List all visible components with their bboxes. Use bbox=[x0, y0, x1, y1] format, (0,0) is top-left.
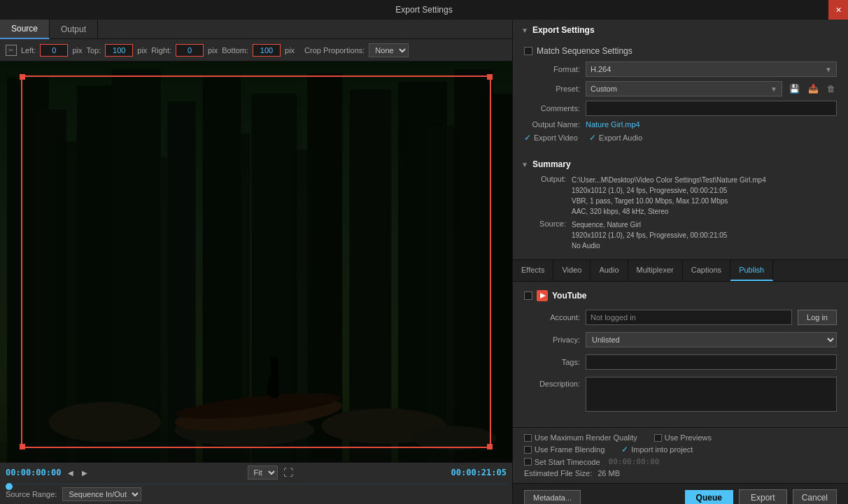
bottom-input[interactable] bbox=[253, 44, 281, 57]
output-name-label: Output Name: bbox=[524, 120, 580, 129]
right-input[interactable] bbox=[176, 44, 204, 57]
preset-import-button[interactable]: 📥 bbox=[807, 82, 820, 95]
set-start-timecode-checkbox[interactable] bbox=[524, 458, 532, 466]
use-previews-option: Use Previews bbox=[654, 433, 712, 442]
panel-tabs-row: Effects Video Audio Multiplexer Captions… bbox=[513, 259, 848, 282]
tags-input[interactable] bbox=[586, 354, 837, 370]
fullscreen-button[interactable]: ⛶ bbox=[283, 467, 293, 478]
tab-multiplexer[interactable]: Multiplexer bbox=[628, 260, 683, 281]
preset-save-button[interactable]: 💾 bbox=[788, 82, 801, 95]
youtube-enable-checkbox[interactable] bbox=[524, 291, 532, 300]
preset-label: Preset: bbox=[524, 85, 580, 93]
match-sequence-label: Match Sequence Settings bbox=[537, 46, 633, 56]
source-range-bar: Source Range: Sequence In/Out bbox=[6, 487, 507, 501]
privacy-label: Privacy: bbox=[524, 336, 580, 344]
summary-collapse-icon: ▼ bbox=[521, 161, 528, 168]
summary-title: Summary bbox=[532, 159, 571, 169]
summary-section: Output: C:\User...M\Desktop\Video Color … bbox=[513, 175, 848, 259]
set-start-timecode-label: Set Start Timecode bbox=[535, 458, 600, 466]
left-input[interactable] bbox=[40, 44, 68, 57]
comments-input[interactable] bbox=[586, 101, 837, 116]
frame-blending-label: Use Frame Blending bbox=[535, 445, 605, 454]
fit-select[interactable]: Fit bbox=[248, 466, 278, 480]
summary-header[interactable]: ▼ Summary bbox=[513, 154, 848, 175]
description-label: Description: bbox=[524, 380, 580, 388]
output-name-row: Output Name: Nature Girl.mp4 bbox=[524, 120, 837, 129]
export-video-checkmark: ✓ bbox=[524, 133, 531, 143]
close-button[interactable]: ✕ bbox=[828, 0, 848, 20]
left-label: Left: bbox=[21, 46, 36, 55]
comments-row: Comments: bbox=[524, 101, 837, 116]
crop-proportions-select[interactable]: None bbox=[369, 43, 409, 57]
tab-audio[interactable]: Audio bbox=[591, 260, 628, 281]
preset-dropdown-arrow: ▼ bbox=[770, 85, 777, 93]
output-key: Output: bbox=[524, 175, 566, 217]
top-label: Top: bbox=[86, 46, 101, 55]
export-settings-title: Export Settings bbox=[532, 25, 595, 35]
frame-blending-option: Use Frame Blending bbox=[524, 445, 605, 454]
title-bar: Export Settings ✕ bbox=[0, 0, 848, 20]
tab-publish[interactable]: Publish bbox=[730, 260, 773, 281]
start-timecode-display: 00:00:00:00 bbox=[609, 457, 660, 466]
time-start-display: 00:00:00:00 bbox=[6, 468, 61, 477]
time-controls: 00:00:00:00 ◀ ▶ Fit ⛶ 00:00:21:05 bbox=[6, 466, 507, 480]
description-textarea[interactable] bbox=[586, 377, 837, 412]
file-size-label: Estimated File Size: bbox=[524, 469, 592, 477]
tab-captions[interactable]: Captions bbox=[683, 260, 730, 281]
export-settings-header[interactable]: ▼ Export Settings bbox=[513, 20, 848, 41]
tab-effects[interactable]: Effects bbox=[513, 260, 553, 281]
import-into-project-checkmark: ✓ bbox=[621, 445, 628, 454]
queue-button[interactable]: Queue bbox=[685, 490, 733, 504]
youtube-section-header[interactable]: YouTube bbox=[524, 290, 837, 301]
preset-value: Custom bbox=[591, 85, 768, 93]
crop-proportions-label: Crop Proportions: bbox=[304, 46, 365, 55]
title-bar-text: Export Settings bbox=[395, 5, 452, 15]
set-start-timecode-option: Set Start Timecode 00:00:00:00 bbox=[524, 457, 659, 466]
use-previews-checkbox[interactable] bbox=[654, 434, 662, 442]
source-range-label: Source Range: bbox=[6, 490, 57, 498]
forest-background bbox=[0, 62, 512, 462]
summary-output-row: Output: C:\User...M\Desktop\Video Color … bbox=[524, 175, 837, 217]
summary-source-row: Source: Sequence, Nature Girl 1920x1012 … bbox=[524, 219, 837, 251]
metadata-button[interactable]: Metadata... bbox=[524, 490, 581, 504]
account-value: Not logged in bbox=[586, 310, 792, 325]
svg-rect-29 bbox=[0, 62, 512, 462]
source-range-select[interactable]: Sequence In/Out bbox=[62, 487, 141, 501]
max-render-quality-checkbox[interactable] bbox=[524, 434, 532, 442]
account-label: Account: bbox=[524, 313, 580, 322]
tags-label: Tags: bbox=[524, 358, 580, 366]
tab-output[interactable]: Output bbox=[50, 20, 98, 39]
crop-icon: ✂ bbox=[6, 45, 17, 56]
tab-source[interactable]: Source bbox=[0, 20, 50, 39]
top-input[interactable] bbox=[105, 44, 133, 57]
frame-blending-checkbox[interactable] bbox=[524, 446, 532, 454]
import-into-project-label: Import into project bbox=[631, 445, 693, 454]
login-button[interactable]: Log in bbox=[798, 310, 837, 325]
options-row-3: Set Start Timecode 00:00:00:00 bbox=[524, 457, 837, 466]
collapse-icon: ▼ bbox=[521, 27, 528, 34]
tags-row: Tags: bbox=[524, 354, 837, 370]
left-panel: Source Output ✂ Left: pix Top: pix Right… bbox=[0, 20, 513, 504]
prev-frame-button[interactable]: ◀ bbox=[66, 468, 75, 478]
progress-track[interactable] bbox=[6, 484, 507, 484]
cancel-button[interactable]: Cancel bbox=[793, 489, 837, 504]
match-sequence-checkbox[interactable] bbox=[524, 47, 532, 55]
right-panel: ▼ Export Settings Match Sequence Setting… bbox=[513, 20, 848, 504]
export-audio-item: ✓ Export Audio bbox=[589, 133, 642, 143]
youtube-icon bbox=[537, 290, 548, 301]
output-name-link[interactable]: Nature Girl.mp4 bbox=[586, 120, 640, 129]
export-button[interactable]: Export bbox=[739, 489, 787, 504]
format-dropdown[interactable]: H.264 ▼ bbox=[586, 62, 837, 77]
bottom-label: Bottom: bbox=[222, 46, 248, 55]
privacy-select[interactable]: Unlisted Public Private bbox=[586, 332, 837, 347]
youtube-title: YouTube bbox=[552, 291, 587, 301]
tab-video[interactable]: Video bbox=[553, 260, 591, 281]
file-size-value: 26 MB bbox=[598, 469, 620, 477]
comments-label: Comments: bbox=[524, 104, 580, 113]
preset-dropdown[interactable]: Custom ▼ bbox=[586, 81, 782, 96]
preset-delete-button[interactable]: 🗑 bbox=[826, 82, 837, 95]
action-bar: Metadata... Queue Export Cancel bbox=[513, 483, 848, 504]
next-frame-button[interactable]: ▶ bbox=[80, 468, 89, 478]
progress-handle[interactable] bbox=[6, 483, 13, 490]
use-previews-label: Use Previews bbox=[665, 433, 712, 442]
